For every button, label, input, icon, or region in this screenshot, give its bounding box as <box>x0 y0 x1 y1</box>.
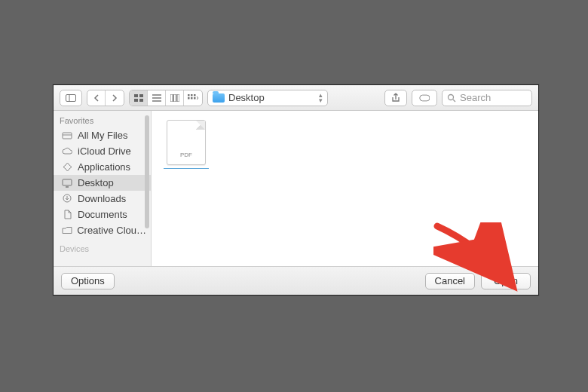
dialog-footer: Options Cancel Open <box>54 266 538 295</box>
share-button[interactable] <box>384 90 407 106</box>
chevron-right-icon <box>112 94 118 102</box>
button-label: Cancel <box>435 275 465 286</box>
forward-button[interactable] <box>106 90 124 106</box>
desktop-icon <box>61 178 73 188</box>
sidebar-item-label: All My Files <box>78 130 127 141</box>
folder-icon <box>213 93 225 103</box>
options-button[interactable]: Options <box>61 273 115 289</box>
list-icon <box>152 94 161 102</box>
sidebar-item-label: Downloads <box>78 193 126 204</box>
svg-rect-22 <box>63 179 72 185</box>
search-icon <box>447 93 456 103</box>
dialog-toolbar: Desktop ▴▾ Search <box>54 85 538 111</box>
svg-rect-0 <box>66 94 76 101</box>
cancel-button[interactable]: Cancel <box>425 273 475 289</box>
file-item[interactable]: PDF <box>161 120 212 169</box>
nav-back-forward <box>87 90 124 106</box>
open-button[interactable]: Open <box>481 273 531 289</box>
svg-rect-9 <box>170 94 173 102</box>
cloud-icon <box>61 146 73 157</box>
back-button[interactable] <box>87 90 106 106</box>
dialog-body: Favorites All My Files iCloud Drive Appl… <box>54 111 538 266</box>
button-label: Open <box>494 275 518 286</box>
sidebar-item-creative-cloud[interactable]: Creative Clou… <box>54 222 151 238</box>
sidebar-item-label: Desktop <box>78 177 114 188</box>
svg-rect-14 <box>194 94 196 96</box>
svg-rect-4 <box>134 99 138 102</box>
view-list-button[interactable] <box>148 90 166 106</box>
sidebar-toggle-icon <box>66 94 76 102</box>
grid-icon <box>134 94 143 102</box>
arrange-icon <box>188 94 198 102</box>
sidebar-toggle-button[interactable] <box>60 90 82 106</box>
all-my-files-icon <box>61 130 73 141</box>
search-placeholder: Search <box>460 92 491 103</box>
svg-point-18 <box>449 94 454 100</box>
svg-rect-12 <box>188 94 190 96</box>
applications-icon <box>61 162 73 173</box>
chevron-left-icon <box>93 94 100 102</box>
button-label: Options <box>71 275 105 286</box>
sidebar-item-applications[interactable]: Applications <box>54 159 151 175</box>
file-browser-area[interactable]: PDF <box>152 111 538 266</box>
view-gallery-button[interactable] <box>184 90 202 106</box>
svg-rect-5 <box>139 99 143 102</box>
file-thumbnail: PDF <box>167 120 206 165</box>
open-file-dialog: Desktop ▴▾ Search Favorites <box>53 84 539 296</box>
folder-icon <box>61 225 72 236</box>
svg-rect-10 <box>173 94 176 102</box>
sidebar-item-documents[interactable]: Documents <box>54 207 151 222</box>
documents-icon <box>61 210 73 220</box>
share-icon <box>390 93 401 103</box>
tag-icon <box>419 93 430 103</box>
svg-rect-11 <box>177 94 179 102</box>
svg-rect-3 <box>139 94 143 97</box>
view-columns-button[interactable] <box>166 90 184 106</box>
path-label: Desktop <box>228 92 265 103</box>
sidebar: Favorites All My Files iCloud Drive Appl… <box>54 111 152 266</box>
svg-rect-15 <box>188 97 190 100</box>
tags-button[interactable] <box>412 90 437 106</box>
sidebar-item-desktop[interactable]: Desktop <box>54 175 151 191</box>
sidebar-item-downloads[interactable]: Downloads <box>54 191 151 207</box>
path-dropdown[interactable]: Desktop ▴▾ <box>207 90 328 106</box>
file-type-label: PDF <box>180 152 192 158</box>
view-mode-switcher <box>129 90 203 106</box>
sidebar-item-icloud-drive[interactable]: iCloud Drive <box>54 143 151 159</box>
chevron-updown-icon: ▴▾ <box>319 93 323 103</box>
svg-rect-13 <box>191 94 193 96</box>
svg-rect-20 <box>63 133 72 139</box>
sidebar-section-devices: Devices <box>54 243 151 256</box>
svg-rect-17 <box>194 97 196 100</box>
sidebar-item-label: Applications <box>78 161 130 173</box>
sidebar-item-label: Documents <box>78 209 127 220</box>
svg-rect-16 <box>191 97 193 100</box>
sidebar-item-label: iCloud Drive <box>78 145 131 157</box>
view-icons-button[interactable] <box>130 90 148 106</box>
sidebar-item-all-my-files[interactable]: All My Files <box>54 127 151 143</box>
sidebar-item-label: Creative Clou… <box>77 225 146 236</box>
svg-rect-2 <box>134 94 138 97</box>
sidebar-section-favorites: Favorites <box>54 115 151 127</box>
sidebar-scrollbar[interactable] <box>145 115 149 228</box>
downloads-icon <box>61 194 73 204</box>
columns-icon <box>170 94 179 102</box>
file-selection-underline <box>164 168 209 169</box>
search-input[interactable]: Search <box>442 90 532 106</box>
svg-line-19 <box>453 100 455 102</box>
